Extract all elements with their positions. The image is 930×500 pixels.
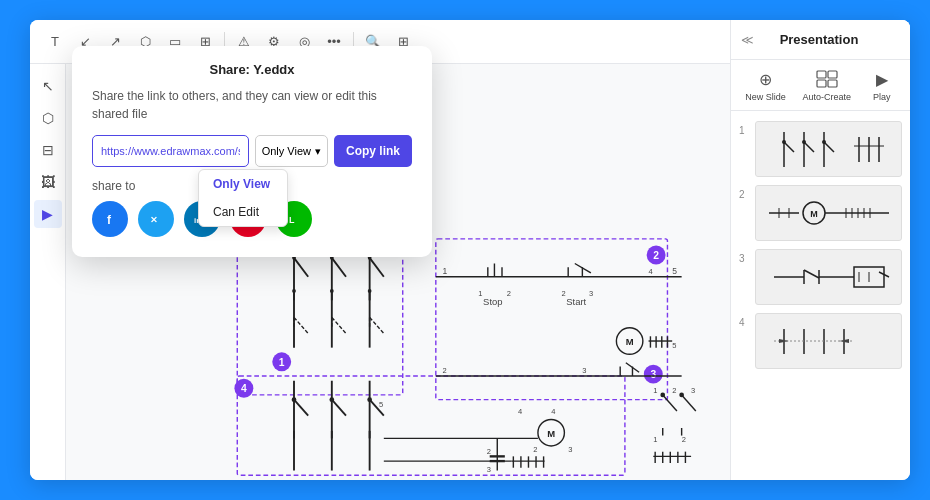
svg-text:1: 1: [478, 289, 482, 298]
svg-line-88: [682, 395, 696, 411]
svg-line-147: [804, 270, 819, 278]
right-panel: ≪ Presentation ⊕ New Slide Auto-Create ▶…: [730, 20, 910, 480]
svg-point-70: [292, 397, 297, 402]
sidebar-shapes-icon[interactable]: ⬡: [34, 104, 62, 132]
collapse-panel-button[interactable]: ≪: [741, 33, 754, 47]
svg-point-19: [292, 289, 296, 293]
sidebar-layers-icon[interactable]: ⊟: [34, 136, 62, 164]
facebook-share-button[interactable]: f: [92, 201, 128, 237]
slide-num-3: 3: [739, 253, 749, 264]
svg-rect-117: [817, 80, 826, 87]
slide-item-4[interactable]: 4: [731, 309, 910, 373]
svg-point-89: [679, 393, 684, 398]
svg-line-122: [784, 142, 794, 152]
svg-line-16: [294, 258, 308, 277]
svg-point-73: [329, 397, 334, 402]
svg-point-127: [822, 140, 826, 144]
svg-text:M: M: [810, 209, 818, 219]
svg-point-76: [367, 397, 372, 402]
slide-num-4: 4: [739, 317, 749, 328]
slide-thumb-3: [755, 249, 902, 305]
auto-create-icon: [813, 68, 841, 90]
svg-text:3: 3: [589, 289, 593, 298]
svg-text:4: 4: [241, 383, 247, 394]
svg-point-86: [660, 393, 665, 398]
svg-line-35: [370, 317, 384, 333]
sidebar-present-icon[interactable]: ▶: [34, 200, 62, 228]
left-sidebar: ↖ ⬡ ⊟ 🖼 ▶: [30, 64, 66, 480]
svg-point-24: [330, 289, 334, 293]
svg-point-126: [802, 140, 806, 144]
share-link-row: Only View ▾ Copy link Only View Can Edit: [92, 135, 412, 167]
share-link-input[interactable]: [92, 135, 249, 167]
svg-point-125: [782, 140, 786, 144]
play-label: Play: [873, 92, 891, 102]
panel-title: Presentation: [780, 32, 859, 47]
svg-text:1: 1: [653, 386, 657, 395]
svg-text:1: 1: [653, 435, 657, 444]
svg-text:2: 2: [672, 386, 676, 395]
auto-create-button[interactable]: Auto-Create: [802, 68, 851, 102]
slide-thumb-1: [755, 121, 902, 177]
svg-text:1: 1: [279, 357, 285, 368]
svg-rect-115: [817, 71, 826, 78]
sidebar-select-icon[interactable]: ↖: [34, 72, 62, 100]
svg-text:M: M: [626, 336, 634, 347]
slide-thumb-2: M: [755, 185, 902, 241]
svg-line-34: [332, 317, 346, 333]
svg-text:5: 5: [672, 266, 677, 276]
svg-text:3: 3: [568, 445, 572, 454]
sidebar-image-icon[interactable]: 🖼: [34, 168, 62, 196]
panel-header: ≪ Presentation: [731, 20, 910, 60]
svg-line-124: [824, 142, 834, 152]
svg-text:2: 2: [487, 447, 491, 456]
new-slide-icon: ⊕: [752, 68, 780, 90]
play-button[interactable]: ▶ Play: [868, 68, 896, 102]
svg-text:2: 2: [533, 445, 537, 454]
dropdown-arrow: ▾: [315, 145, 321, 158]
toolbar-text-icon[interactable]: T: [42, 29, 68, 55]
svg-rect-118: [828, 80, 837, 87]
svg-line-33: [294, 317, 308, 333]
svg-text:3: 3: [691, 386, 695, 395]
svg-text:2: 2: [562, 289, 566, 298]
svg-line-85: [663, 395, 677, 411]
svg-text:5: 5: [379, 400, 383, 409]
svg-line-123: [804, 142, 814, 152]
slide-num-2: 2: [739, 189, 749, 200]
svg-text:✕: ✕: [150, 215, 158, 225]
svg-text:4: 4: [551, 407, 555, 416]
svg-text:L: L: [289, 215, 295, 225]
presentation-toolbar: ⊕ New Slide Auto-Create ▶ Play: [731, 60, 910, 111]
svg-rect-116: [828, 71, 837, 78]
slide-item-1[interactable]: 1: [731, 117, 910, 181]
slide-thumb-4: [755, 313, 902, 369]
svg-line-21: [332, 258, 346, 277]
dropdown-can-edit[interactable]: Can Edit: [199, 198, 287, 226]
dropdown-only-view[interactable]: Only View: [199, 170, 287, 198]
svg-text:M: M: [547, 428, 555, 439]
slide-list: 1: [731, 111, 910, 471]
svg-line-69: [294, 400, 308, 416]
slide-item-2[interactable]: 2 M: [731, 181, 910, 245]
svg-text:2: 2: [653, 250, 659, 261]
view-dropdown[interactable]: Only View ▾: [255, 135, 328, 167]
new-slide-button[interactable]: ⊕ New Slide: [745, 68, 786, 102]
svg-text:Stop: Stop: [483, 296, 502, 307]
svg-text:f: f: [107, 213, 112, 226]
svg-text:2: 2: [442, 366, 446, 375]
share-modal: Share: Y.eddx Share the link to others, …: [72, 46, 432, 257]
svg-text:3: 3: [582, 366, 586, 375]
svg-text:3: 3: [487, 465, 491, 474]
copy-link-button[interactable]: Copy link: [334, 135, 412, 167]
svg-text:2: 2: [682, 435, 686, 444]
svg-text:5: 5: [672, 341, 676, 350]
slide-item-3[interactable]: 3: [731, 245, 910, 309]
svg-text:1: 1: [442, 266, 447, 276]
twitter-share-button[interactable]: ✕: [138, 201, 174, 237]
slide-num-1: 1: [739, 125, 749, 136]
svg-text:4: 4: [518, 407, 522, 416]
svg-point-29: [368, 289, 372, 293]
svg-line-72: [332, 400, 346, 416]
share-description: Share the link to others, and they can v…: [92, 87, 412, 123]
